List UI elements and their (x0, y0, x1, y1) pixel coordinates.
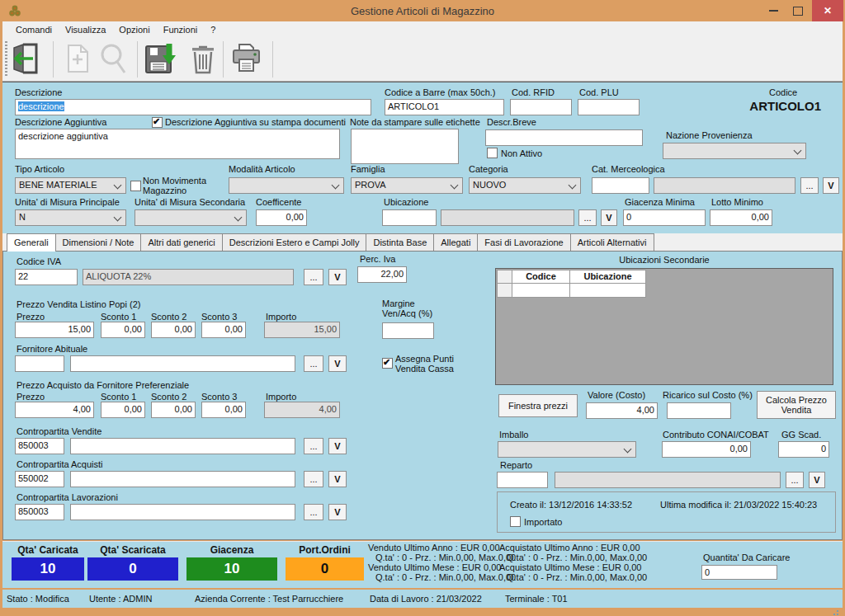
cod-plu-input[interactable] (578, 99, 640, 115)
menu-help[interactable]: ? (204, 25, 222, 35)
descrizione-input[interactable]: descrizione (15, 99, 371, 115)
search-button[interactable] (96, 40, 132, 78)
grid-header-codice[interactable]: Codice (512, 270, 570, 284)
menu-funzioni[interactable]: Funzioni (157, 25, 205, 35)
grid-row-selector-header[interactable] (497, 270, 512, 284)
contropartita-lavorazioni-browse-button[interactable]: ... (304, 504, 323, 520)
menu-comandi[interactable]: Comandi (9, 25, 59, 35)
print-button[interactable] (228, 40, 264, 78)
descr-aggiuntiva-stampa-checkbox[interactable] (152, 117, 163, 128)
margine-input[interactable] (382, 322, 434, 339)
new-button[interactable] (59, 40, 96, 78)
listino-sconto2-input[interactable]: 0,00 (151, 322, 196, 338)
non-movimenta-checkbox[interactable] (130, 181, 141, 191)
exit-button[interactable] (7, 40, 43, 78)
cat-merceologica-input[interactable] (592, 177, 649, 194)
perc-iva-input[interactable]: 22,00 (357, 266, 407, 283)
save-button[interactable] (142, 40, 178, 78)
acquisto-sconto1-input[interactable]: 0,00 (101, 402, 145, 418)
minimize-button[interactable] (761, 0, 786, 21)
cat-merceologica-browse-button[interactable]: ... (800, 177, 819, 194)
tab-allegati[interactable]: Allegati (433, 233, 478, 251)
nazione-provenienza-select[interactable] (663, 143, 806, 159)
tab-articoli-alternativi[interactable]: Articoli Alternativi (570, 233, 654, 251)
listino-sconto3-input[interactable]: 0,00 (201, 322, 246, 338)
fornitore-desc-input[interactable] (70, 355, 295, 372)
contropartita-acquisti-input[interactable]: 550002 (15, 471, 64, 487)
modalita-articolo-select[interactable] (229, 177, 344, 194)
ubicazione-input[interactable] (382, 209, 437, 226)
codice-iva-browse-button[interactable]: ... (304, 269, 323, 285)
tab-descrizioni-estero[interactable]: Descrizioni Estero e Campi Jolly (222, 233, 367, 251)
descrizione-label: Descrizione (15, 87, 62, 97)
ubicazione-view-button[interactable]: V (601, 209, 617, 226)
contropartita-vendite-view-button[interactable]: V (328, 438, 347, 454)
reparto-browse-button[interactable]: ... (786, 472, 804, 488)
ubicazione-browse-button[interactable]: ... (578, 209, 597, 226)
codice-iva-view-button[interactable]: V (328, 269, 347, 285)
tab-distinta-base[interactable]: Distinta Base (366, 233, 434, 251)
cat-merceologica-view-button[interactable]: V (823, 177, 839, 194)
reparto-label: Reparto (500, 460, 532, 470)
menu-opzioni[interactable]: Opzioni (112, 25, 156, 35)
tab-dimensioni-note[interactable]: Dimensioni / Note (55, 233, 142, 251)
descr-breve-input[interactable] (485, 129, 643, 146)
contropartita-acquisti-view-button[interactable]: V (328, 471, 347, 487)
ricarico-input[interactable] (667, 402, 731, 419)
descrizione-aggiuntiva-textarea[interactable]: descrizione aggiuntiva (15, 129, 340, 159)
giacenza-minima-input[interactable]: 0 (623, 209, 706, 226)
menu-visualizza[interactable]: Visualizza (59, 25, 112, 35)
reparto-input[interactable] (497, 472, 548, 488)
um-principale-select[interactable]: N (15, 209, 126, 226)
famiglia-select[interactable]: PROVA (351, 177, 463, 194)
categoria-select[interactable]: NUOVO (469, 177, 581, 194)
tab-fasi-lavorazione[interactable]: Fasi di Lavorazione (477, 233, 570, 251)
grid-row-selector[interactable] (497, 283, 512, 298)
maximize-button[interactable] (786, 0, 810, 21)
fornitore-view-button[interactable]: V (328, 355, 347, 372)
coefficente-input[interactable]: 0,00 (256, 209, 307, 226)
gg-scad-input[interactable]: 0 (778, 441, 829, 458)
tipo-articolo-select[interactable]: BENE MATERIALE (15, 177, 126, 194)
delete-button[interactable] (185, 40, 221, 78)
lotto-minimo-input[interactable]: 0,00 (710, 209, 772, 226)
grid-header-ubicazione[interactable]: Ubicazione (569, 270, 646, 284)
close-button[interactable] (812, 0, 843, 21)
acquisto-sconto2-input[interactable]: 0,00 (151, 402, 196, 418)
acquisto-sconto3-input[interactable]: 0,00 (201, 402, 246, 418)
contropartita-vendite-browse-button[interactable]: ... (304, 438, 323, 454)
reparto-view-button[interactable]: V (809, 472, 825, 488)
toolbar-separator (137, 41, 138, 78)
codice-barre-input[interactable]: ARTICOLO1 (385, 99, 504, 115)
codice-iva-input[interactable]: 22 (15, 269, 78, 285)
valore-costo-input[interactable]: 4,00 (586, 402, 658, 419)
contropartita-lavorazioni-desc[interactable] (70, 504, 295, 520)
acquisto-prezzo-input[interactable]: 4,00 (15, 402, 94, 418)
grid-cell-ubicazione[interactable] (569, 283, 646, 298)
tab-altri-dati[interactable]: Altri dati generici (140, 233, 222, 251)
non-attivo-checkbox[interactable] (487, 148, 498, 158)
conai-input[interactable]: 0,00 (662, 441, 751, 458)
imballo-select[interactable] (498, 441, 636, 458)
cod-rfid-input[interactable] (510, 99, 572, 115)
tab-generali[interactable]: Generali (7, 233, 56, 252)
contropartita-lavorazioni-view-button[interactable]: V (328, 504, 347, 520)
fornitore-input[interactable] (15, 355, 64, 372)
quantita-caricare-input[interactable]: 0 (701, 565, 777, 580)
contropartita-lavorazioni-input[interactable]: 850003 (15, 504, 64, 520)
contropartita-vendite-desc[interactable] (70, 438, 295, 454)
resize-grip-icon[interactable] (837, 610, 838, 612)
contropartita-vendite-input[interactable]: 850003 (15, 438, 64, 454)
assegna-punti-checkbox[interactable] (382, 358, 393, 369)
contropartita-acquisti-browse-button[interactable]: ... (304, 471, 323, 487)
listino-prezzo-input[interactable]: 15,00 (15, 322, 94, 338)
importato-checkbox[interactable] (510, 516, 521, 527)
um-secondaria-select[interactable] (135, 209, 247, 226)
contropartita-acquisti-desc[interactable] (70, 471, 295, 487)
note-etichette-textarea[interactable] (351, 129, 459, 164)
grid-cell-codice[interactable] (512, 283, 570, 298)
calcola-prezzo-button[interactable]: Calcola Prezzo Vendita (757, 391, 836, 419)
fornitore-browse-button[interactable]: ... (304, 355, 323, 372)
listino-sconto1-input[interactable]: 0,00 (101, 322, 145, 338)
finestra-prezzi-button[interactable]: Finestra prezzi (498, 394, 578, 417)
